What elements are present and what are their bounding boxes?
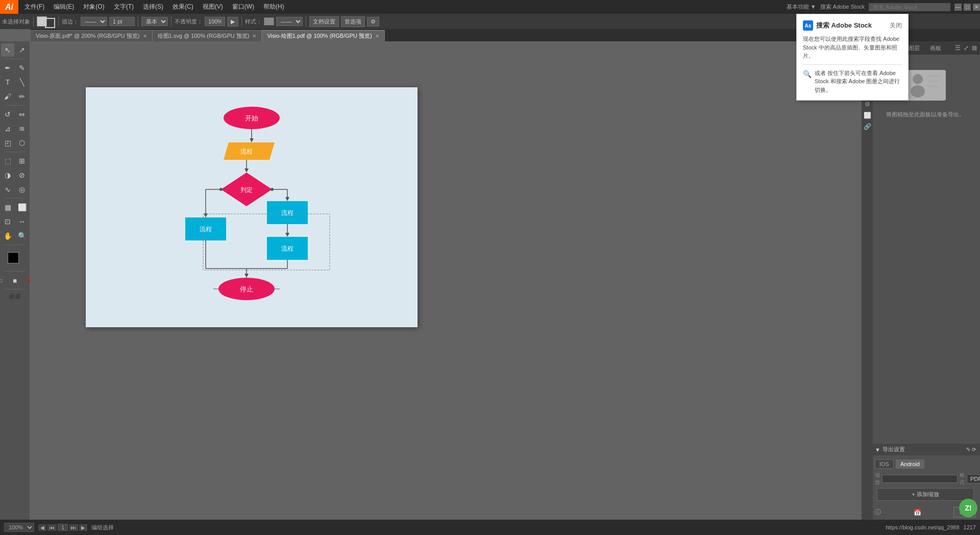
misc-btn[interactable]: ⚙ — [367, 17, 379, 27]
stroke-width-input[interactable] — [109, 17, 135, 26]
menu-text[interactable]: 文字(T) — [110, 2, 138, 12]
warp-tool-btn[interactable]: ≋ — [15, 122, 29, 135]
menu-select[interactable]: 选择(S) — [139, 2, 167, 12]
export-settings-header[interactable]: ▼ 导出设置 ✎ ⟳ — [871, 444, 980, 455]
rotate-tool-btn[interactable]: ↺ — [1, 108, 14, 121]
normal-mode-btn[interactable]: □ — [0, 274, 7, 287]
doc-settings-btn[interactable]: 文档设置 — [309, 16, 339, 27]
type-tool-btn[interactable]: T — [1, 76, 14, 89]
pen-tool-btn[interactable]: ✒ — [1, 61, 14, 75]
slice-btn[interactable]: ⊡ — [1, 215, 14, 228]
export-settings-label: 导出设置 — [883, 446, 905, 453]
ios-tab[interactable]: IOS — [875, 459, 894, 469]
minimize-button[interactable]: — — [954, 4, 962, 11]
last-artboard-btn[interactable]: ⏭ — [69, 524, 78, 531]
panel-expand-icon[interactable]: ⤢ — [963, 43, 970, 53]
scale-input[interactable] — [882, 475, 958, 483]
chat-bubble[interactable]: Z! — [959, 499, 977, 517]
menu-effect[interactable]: 效果(C) — [168, 2, 198, 12]
tab-2-close[interactable]: ✕ — [252, 33, 256, 39]
android-tab[interactable]: Android — [896, 459, 924, 469]
artboard-number-input[interactable] — [58, 524, 68, 531]
artboard-btn[interactable]: ⬜ — [15, 201, 29, 214]
hand-tool-btn[interactable]: ✋ — [1, 229, 14, 242]
blend-btn[interactable]: ∿ — [1, 183, 14, 196]
line-tool-btn[interactable]: ╲ — [15, 76, 29, 89]
linked-files-icon-btn[interactable]: 🔗 — [862, 121, 872, 132]
red-mode-btn[interactable]: ● — [22, 274, 36, 287]
format-select[interactable]: PDF PNG SVG — [967, 474, 980, 483]
status-url: https://blog.csdn.net/qq_2988 — [886, 524, 959, 530]
direct-selection-tool-btn[interactable]: ↗ — [15, 43, 29, 57]
tab-2[interactable]: 绘图1.svg @ 100% (RGB/GPU 预览) ✕ — [153, 30, 262, 41]
prev-artboard-btn[interactable]: ◀ — [38, 524, 46, 531]
workspace-label[interactable]: 基本功能 ▼ — [787, 3, 816, 11]
window-controls: — □ ✕ — [954, 4, 980, 11]
bar-tools: ▦ ⬜ — [1, 201, 29, 214]
background-color-box[interactable] — [8, 252, 19, 263]
next-artboard-btn[interactable]: ▶ — [79, 524, 87, 531]
symbol-btn[interactable]: ◎ — [15, 183, 29, 196]
process2-label: 流程 — [200, 226, 212, 233]
arrow-merge-head — [244, 274, 249, 278]
eyedropper-btn[interactable]: ⊘ — [15, 168, 29, 182]
opacity-input[interactable] — [205, 17, 225, 26]
stroke-style-select[interactable]: 基本 — [141, 17, 168, 26]
menu-file[interactable]: 文件(F) — [20, 2, 48, 12]
stock-search-input[interactable] — [869, 3, 950, 11]
panel-menu-icon[interactable]: ☰ — [954, 43, 962, 53]
decision-label: 判定 — [240, 186, 253, 193]
menu-object[interactable]: 对象(O) — [79, 2, 108, 12]
stock-popup-close-btn[interactable]: 关闭 — [890, 21, 902, 30]
fullscreen-mode-btn[interactable]: ◼ — [8, 274, 21, 287]
shape-builder-btn[interactable]: ◰ — [1, 136, 14, 150]
zoom-tool-btn[interactable]: 🔍 — [15, 229, 29, 242]
ruler-btn[interactable]: ↔ — [15, 215, 29, 228]
pencil-btn[interactable]: ✏ — [15, 90, 29, 103]
column-graph-btn[interactable]: ▦ — [1, 201, 14, 214]
selection-tool-btn[interactable]: ↖ — [1, 43, 14, 57]
width-tool-btn[interactable]: ⊿ — [1, 122, 14, 135]
menu-help[interactable]: 帮助(H) — [259, 2, 288, 12]
format-label: 格式 — [960, 472, 965, 486]
process4-label: 流程 — [281, 245, 293, 252]
perspective-btn[interactable]: ⬚ — [1, 154, 14, 167]
add-scale-button[interactable]: + 添加缩放 — [877, 488, 974, 501]
status-bar: 100% 200% 50% ◀ ⏮ ⏭ ▶ 编组选择 https://blog.… — [0, 520, 980, 535]
start-label: 开始 — [245, 114, 258, 122]
tab-3[interactable]: Visio-绘图1.pdf @ 100% (RGB/GPU 预览) ✕ — [262, 30, 384, 41]
cc-libraries-icon-btn[interactable]: ⚙ — [862, 99, 872, 109]
tab-1-close[interactable]: ✕ — [143, 33, 147, 39]
first-artboard-btn[interactable]: ⏮ — [47, 524, 57, 531]
asset-export-icon-btn[interactable]: ⬜ — [862, 110, 872, 120]
menu-view[interactable]: 视图(V) — [199, 2, 227, 12]
paintbrush-btn[interactable]: 🖌 — [1, 90, 14, 103]
tab-3-close[interactable]: ✕ — [375, 33, 379, 39]
change-screen-btn[interactable]: ⬛⬛ — [5, 291, 25, 301]
stroke-color-box[interactable] — [45, 18, 55, 28]
maximize-button[interactable]: □ — [964, 4, 971, 11]
preferences-btn[interactable]: 首选项 — [341, 16, 365, 27]
menu-window[interactable]: 窗口(W) — [228, 2, 258, 12]
tool-sep-5 — [5, 245, 25, 245]
canvas-area: 开始 流程 判定 — [30, 41, 837, 520]
tab-1[interactable]: Visio-原面.pdf* @ 200% (RGB/GPU 预览) ✕ — [31, 30, 153, 41]
mesh-btn[interactable]: ⊞ — [15, 154, 29, 167]
style-select[interactable]: —— — [276, 17, 303, 26]
live-paint-btn[interactable]: ⬡ — [15, 136, 29, 150]
stroke-type-select[interactable]: —— — [81, 17, 107, 26]
artboards-tab[interactable]: 画板 — [925, 41, 946, 55]
menu-edit[interactable]: 编辑(E) — [50, 2, 78, 12]
gradient-btn[interactable]: ◑ — [1, 168, 14, 182]
panel-collapse-icon[interactable]: ⊠ — [971, 43, 978, 53]
tool-sep-4 — [5, 198, 25, 199]
close-button[interactable]: ✕ — [973, 4, 980, 11]
stock-popup-description: 现在您可以使用此搜索字段查找 Adobe Stock 中的高品质插图、矢量图形和… — [803, 35, 902, 60]
calendar-icon[interactable]: 📅 — [914, 509, 921, 516]
zoom-select[interactable]: 100% 200% 50% — [4, 523, 34, 532]
add-anchor-btn[interactable]: ✎ — [15, 61, 29, 75]
reflect-tool-btn[interactable]: ⇔ — [15, 108, 29, 121]
opacity-expand-btn[interactable]: ▶ — [227, 17, 238, 27]
info-icon[interactable]: ⓘ — [875, 508, 881, 517]
platform-tabs: IOS Android — [875, 457, 976, 471]
